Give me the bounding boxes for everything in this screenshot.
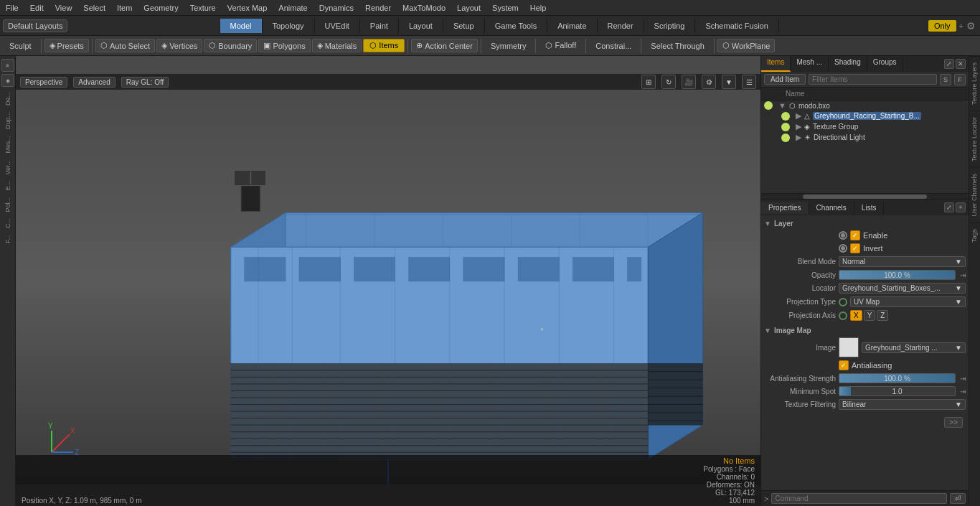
viewport[interactable]: Perspective Advanced Ray GL: Off ⊞ ↻ 🎥 ⚙…: [16, 56, 760, 506]
polygons-button[interactable]: ▣ Polygons: [258, 39, 310, 52]
blend-mode-dropdown[interactable]: Normal ▼: [839, 256, 966, 267]
enable-radio[interactable]: [839, 231, 847, 240]
tab-schematic-fusion[interactable]: Schematic Fusion: [695, 19, 778, 33]
tab-paint[interactable]: Paint: [360, 19, 399, 33]
layout-settings-icon[interactable]: ⚙: [966, 20, 976, 32]
menu-edit[interactable]: Edit: [24, 2, 50, 14]
items-tab-items[interactable]: Items: [761, 56, 791, 72]
presets-button[interactable]: ◈ Presets: [44, 39, 89, 52]
items-filter-input[interactable]: [809, 74, 937, 85]
tab-game-tools[interactable]: Game Tools: [485, 19, 548, 33]
tab-setup[interactable]: Setup: [443, 19, 485, 33]
invert-checkbox[interactable]: ✓: [850, 243, 860, 253]
left-label-mesh[interactable]: Mes...: [4, 133, 12, 156]
edge-tab-tags[interactable]: Tags: [969, 222, 980, 248]
items-close-icon[interactable]: ✕: [956, 59, 966, 69]
left-label-ver[interactable]: Ver...: [4, 157, 12, 178]
prop-expand-icon[interactable]: ⤢: [944, 202, 954, 212]
locator-dropdown[interactable]: Greyhound_Starting_Boxes_... ▼: [839, 283, 966, 294]
items-expand-icon[interactable]: ⤢: [944, 59, 954, 69]
edge-tab-user-channels[interactable]: User Channels: [969, 167, 980, 222]
projection-type-value[interactable]: UV Map ▼: [839, 296, 966, 307]
tab-render[interactable]: Render: [598, 19, 644, 33]
select-through-button[interactable]: Select Through: [644, 39, 710, 52]
texture-filtering-dropdown[interactable]: Bilinear ▼: [839, 399, 966, 410]
axis-x-button[interactable]: X: [850, 310, 862, 321]
items-button[interactable]: ⬡ Items: [363, 39, 405, 52]
image-preview[interactable]: [839, 337, 859, 357]
add-item-button[interactable]: Add Item: [764, 74, 806, 85]
visibility-icon-greyhound[interactable]: [781, 112, 790, 121]
opacity-value[interactable]: 100.0 %: [839, 270, 956, 280]
menu-system[interactable]: System: [486, 2, 524, 14]
layer-toggle-icon[interactable]: ▼: [764, 220, 771, 228]
blend-mode-value[interactable]: Normal ▼: [839, 256, 966, 267]
viewport-3d-scene[interactable]: Perspective Advanced Ray GL: Off ⊞ ↻ 🎥 ⚙…: [16, 74, 760, 484]
prop-add-icon[interactable]: +: [956, 202, 966, 212]
menu-vertex-map[interactable]: Vertex Map: [222, 2, 273, 14]
tab-topology[interactable]: Topology: [263, 19, 315, 33]
auto-select-button[interactable]: ⬡ Auto Select: [95, 39, 155, 52]
invert-radio[interactable]: [839, 244, 847, 253]
opacity-progress[interactable]: 100.0 %: [839, 270, 956, 280]
edge-tab-texture-locator[interactable]: Texture Locator: [969, 111, 980, 167]
vertices-button[interactable]: ◈ Vertices: [156, 39, 202, 52]
only-button[interactable]: Only: [928, 20, 956, 32]
menu-dynamics[interactable]: Dynamics: [314, 2, 359, 14]
viewport-raygl-btn[interactable]: Ray GL: Off: [121, 77, 169, 88]
items-tab-mesh[interactable]: Mesh ...: [791, 56, 829, 72]
min-spot-handle[interactable]: ⇥: [960, 388, 966, 395]
tab-layout[interactable]: Layout: [399, 19, 443, 33]
left-label-pol[interactable]: Pol...: [4, 195, 12, 215]
tree-expand-texture[interactable]: ▶: [796, 122, 801, 131]
menu-view[interactable]: View: [50, 2, 78, 14]
edge-tab-texture-layers[interactable]: Texture Layers: [969, 56, 980, 111]
workplane-button[interactable]: ⬡ WorkPlane: [717, 39, 776, 52]
viewport-perspective-btn[interactable]: Perspective: [20, 77, 67, 88]
constraints-button[interactable]: Constrai...: [589, 39, 638, 52]
min-spot-value[interactable]: 1.0: [839, 386, 956, 396]
menu-layout[interactable]: Layout: [451, 2, 486, 14]
antialias-handle[interactable]: ⇥: [960, 375, 966, 383]
items-filter-icon[interactable]: S: [940, 74, 951, 85]
tree-expand-modo[interactable]: ▼: [778, 101, 786, 110]
tab-animate[interactable]: Animate: [547, 19, 597, 33]
antialiasing-checkbox[interactable]: ✓: [839, 360, 849, 370]
axis-z-button[interactable]: Z: [877, 310, 888, 321]
left-label-e[interactable]: E...: [4, 178, 12, 194]
left-sidebar-btn-1[interactable]: ≡: [1, 59, 14, 72]
viewport-camera-btn[interactable]: 🎥: [682, 75, 696, 89]
boundary-button[interactable]: ⬡ Boundary: [204, 39, 257, 52]
left-label-dup[interactable]: Dup...: [4, 109, 12, 132]
antialias-strength-progress[interactable]: 100.0 %: [839, 373, 956, 383]
items-tab-shading[interactable]: Shading: [829, 56, 867, 72]
menu-item[interactable]: Item: [111, 2, 138, 14]
list-item[interactable]: ▶ △ Greyhound_Racing_Starting_B...: [761, 111, 969, 121]
items-scrollbar-thumb[interactable]: [803, 195, 927, 199]
tab-scripting[interactable]: Scripting: [644, 19, 696, 33]
symmetry-button[interactable]: Symmetry: [484, 39, 533, 52]
prop-tab-lists[interactable]: Lists: [854, 202, 885, 214]
menu-file[interactable]: File: [0, 2, 24, 14]
min-spot-progress[interactable]: 1.0: [839, 386, 956, 396]
visibility-icon-light[interactable]: [781, 133, 790, 142]
left-sidebar-btn-2[interactable]: ◈: [1, 74, 14, 87]
falloff-button[interactable]: ⬡ Falloff: [539, 39, 583, 52]
tree-expand-light[interactable]: ▶: [796, 133, 801, 142]
opacity-handle[interactable]: ⇥: [960, 271, 966, 279]
prop-tab-channels[interactable]: Channels: [809, 202, 854, 214]
left-label-c[interactable]: C...: [4, 215, 12, 231]
left-label-f[interactable]: F...: [4, 232, 12, 246]
menu-help[interactable]: Help: [524, 2, 552, 14]
left-label-de[interactable]: De...: [4, 89, 12, 108]
enable-checkbox[interactable]: ✓: [850, 230, 860, 240]
expand-button[interactable]: >>: [944, 417, 963, 428]
texture-filtering-value[interactable]: Bilinear ▼: [839, 399, 966, 410]
tab-uvedit[interactable]: UVEdit: [315, 19, 360, 33]
viewport-menu-btn[interactable]: ▼: [722, 75, 736, 89]
axis-y-button[interactable]: Y: [864, 310, 876, 321]
items-tab-groups[interactable]: Groups: [867, 56, 903, 72]
command-submit-btn[interactable]: ⏎: [950, 493, 966, 504]
menu-select[interactable]: Select: [77, 2, 111, 14]
viewport-advanced-btn[interactable]: Advanced: [73, 77, 115, 88]
